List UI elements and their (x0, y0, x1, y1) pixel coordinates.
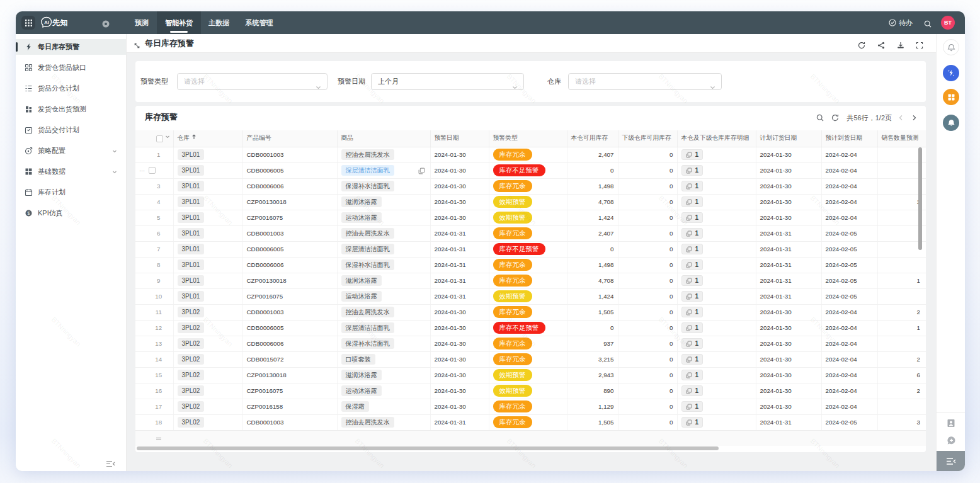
svg-text:AI: AI (44, 20, 49, 25)
svg-text:$: $ (28, 211, 30, 215)
